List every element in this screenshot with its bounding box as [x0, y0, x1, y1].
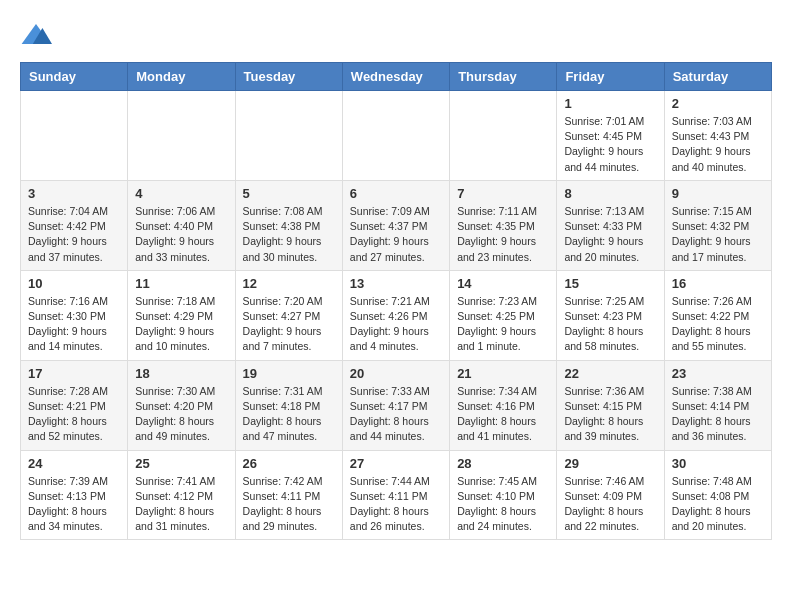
day-info: Sunrise: 7:15 AM Sunset: 4:32 PM Dayligh…	[672, 204, 764, 265]
calendar-cell	[235, 91, 342, 181]
day-info: Sunrise: 7:44 AM Sunset: 4:11 PM Dayligh…	[350, 474, 442, 535]
day-info: Sunrise: 7:48 AM Sunset: 4:08 PM Dayligh…	[672, 474, 764, 535]
calendar-cell: 1Sunrise: 7:01 AM Sunset: 4:45 PM Daylig…	[557, 91, 664, 181]
calendar-cell: 11Sunrise: 7:18 AM Sunset: 4:29 PM Dayli…	[128, 270, 235, 360]
day-number: 20	[350, 366, 442, 381]
logo-icon	[20, 20, 52, 52]
weekday-header-tuesday: Tuesday	[235, 63, 342, 91]
calendar-cell: 13Sunrise: 7:21 AM Sunset: 4:26 PM Dayli…	[342, 270, 449, 360]
day-info: Sunrise: 7:20 AM Sunset: 4:27 PM Dayligh…	[243, 294, 335, 355]
day-number: 2	[672, 96, 764, 111]
calendar-week-1: 1Sunrise: 7:01 AM Sunset: 4:45 PM Daylig…	[21, 91, 772, 181]
day-number: 11	[135, 276, 227, 291]
calendar-cell: 18Sunrise: 7:30 AM Sunset: 4:20 PM Dayli…	[128, 360, 235, 450]
calendar-cell: 19Sunrise: 7:31 AM Sunset: 4:18 PM Dayli…	[235, 360, 342, 450]
calendar-cell: 23Sunrise: 7:38 AM Sunset: 4:14 PM Dayli…	[664, 360, 771, 450]
day-number: 22	[564, 366, 656, 381]
day-info: Sunrise: 7:13 AM Sunset: 4:33 PM Dayligh…	[564, 204, 656, 265]
calendar-cell: 27Sunrise: 7:44 AM Sunset: 4:11 PM Dayli…	[342, 450, 449, 540]
day-number: 5	[243, 186, 335, 201]
day-number: 28	[457, 456, 549, 471]
weekday-header-thursday: Thursday	[450, 63, 557, 91]
day-number: 18	[135, 366, 227, 381]
day-info: Sunrise: 7:25 AM Sunset: 4:23 PM Dayligh…	[564, 294, 656, 355]
calendar-cell: 24Sunrise: 7:39 AM Sunset: 4:13 PM Dayli…	[21, 450, 128, 540]
day-number: 16	[672, 276, 764, 291]
calendar-cell: 8Sunrise: 7:13 AM Sunset: 4:33 PM Daylig…	[557, 180, 664, 270]
day-info: Sunrise: 7:39 AM Sunset: 4:13 PM Dayligh…	[28, 474, 120, 535]
day-number: 17	[28, 366, 120, 381]
day-info: Sunrise: 7:23 AM Sunset: 4:25 PM Dayligh…	[457, 294, 549, 355]
day-info: Sunrise: 7:46 AM Sunset: 4:09 PM Dayligh…	[564, 474, 656, 535]
calendar-cell: 22Sunrise: 7:36 AM Sunset: 4:15 PM Dayli…	[557, 360, 664, 450]
day-info: Sunrise: 7:45 AM Sunset: 4:10 PM Dayligh…	[457, 474, 549, 535]
calendar-header-row: SundayMondayTuesdayWednesdayThursdayFrid…	[21, 63, 772, 91]
day-info: Sunrise: 7:26 AM Sunset: 4:22 PM Dayligh…	[672, 294, 764, 355]
day-number: 24	[28, 456, 120, 471]
calendar-cell: 12Sunrise: 7:20 AM Sunset: 4:27 PM Dayli…	[235, 270, 342, 360]
calendar-cell: 25Sunrise: 7:41 AM Sunset: 4:12 PM Dayli…	[128, 450, 235, 540]
day-number: 21	[457, 366, 549, 381]
weekday-header-wednesday: Wednesday	[342, 63, 449, 91]
day-info: Sunrise: 7:04 AM Sunset: 4:42 PM Dayligh…	[28, 204, 120, 265]
day-number: 12	[243, 276, 335, 291]
day-number: 1	[564, 96, 656, 111]
calendar-cell: 4Sunrise: 7:06 AM Sunset: 4:40 PM Daylig…	[128, 180, 235, 270]
calendar-cell: 26Sunrise: 7:42 AM Sunset: 4:11 PM Dayli…	[235, 450, 342, 540]
calendar-cell: 21Sunrise: 7:34 AM Sunset: 4:16 PM Dayli…	[450, 360, 557, 450]
day-number: 3	[28, 186, 120, 201]
calendar-cell: 29Sunrise: 7:46 AM Sunset: 4:09 PM Dayli…	[557, 450, 664, 540]
day-number: 8	[564, 186, 656, 201]
day-info: Sunrise: 7:33 AM Sunset: 4:17 PM Dayligh…	[350, 384, 442, 445]
day-number: 26	[243, 456, 335, 471]
day-info: Sunrise: 7:18 AM Sunset: 4:29 PM Dayligh…	[135, 294, 227, 355]
day-info: Sunrise: 7:34 AM Sunset: 4:16 PM Dayligh…	[457, 384, 549, 445]
calendar-cell: 9Sunrise: 7:15 AM Sunset: 4:32 PM Daylig…	[664, 180, 771, 270]
calendar-cell: 15Sunrise: 7:25 AM Sunset: 4:23 PM Dayli…	[557, 270, 664, 360]
day-number: 27	[350, 456, 442, 471]
day-info: Sunrise: 7:42 AM Sunset: 4:11 PM Dayligh…	[243, 474, 335, 535]
day-number: 14	[457, 276, 549, 291]
day-info: Sunrise: 7:21 AM Sunset: 4:26 PM Dayligh…	[350, 294, 442, 355]
calendar-cell	[21, 91, 128, 181]
day-number: 25	[135, 456, 227, 471]
weekday-header-friday: Friday	[557, 63, 664, 91]
day-info: Sunrise: 7:11 AM Sunset: 4:35 PM Dayligh…	[457, 204, 549, 265]
day-number: 10	[28, 276, 120, 291]
day-number: 13	[350, 276, 442, 291]
calendar-cell: 17Sunrise: 7:28 AM Sunset: 4:21 PM Dayli…	[21, 360, 128, 450]
day-info: Sunrise: 7:30 AM Sunset: 4:20 PM Dayligh…	[135, 384, 227, 445]
calendar-cell: 2Sunrise: 7:03 AM Sunset: 4:43 PM Daylig…	[664, 91, 771, 181]
weekday-header-monday: Monday	[128, 63, 235, 91]
calendar-cell: 7Sunrise: 7:11 AM Sunset: 4:35 PM Daylig…	[450, 180, 557, 270]
day-info: Sunrise: 7:16 AM Sunset: 4:30 PM Dayligh…	[28, 294, 120, 355]
day-number: 29	[564, 456, 656, 471]
weekday-header-sunday: Sunday	[21, 63, 128, 91]
day-number: 6	[350, 186, 442, 201]
day-number: 30	[672, 456, 764, 471]
day-info: Sunrise: 7:01 AM Sunset: 4:45 PM Dayligh…	[564, 114, 656, 175]
day-number: 15	[564, 276, 656, 291]
calendar-cell: 5Sunrise: 7:08 AM Sunset: 4:38 PM Daylig…	[235, 180, 342, 270]
calendar-cell: 3Sunrise: 7:04 AM Sunset: 4:42 PM Daylig…	[21, 180, 128, 270]
calendar-cell: 6Sunrise: 7:09 AM Sunset: 4:37 PM Daylig…	[342, 180, 449, 270]
weekday-header-saturday: Saturday	[664, 63, 771, 91]
calendar-week-3: 10Sunrise: 7:16 AM Sunset: 4:30 PM Dayli…	[21, 270, 772, 360]
calendar-cell: 14Sunrise: 7:23 AM Sunset: 4:25 PM Dayli…	[450, 270, 557, 360]
day-info: Sunrise: 7:31 AM Sunset: 4:18 PM Dayligh…	[243, 384, 335, 445]
calendar-cell: 30Sunrise: 7:48 AM Sunset: 4:08 PM Dayli…	[664, 450, 771, 540]
calendar-table: SundayMondayTuesdayWednesdayThursdayFrid…	[20, 62, 772, 540]
day-number: 19	[243, 366, 335, 381]
day-number: 7	[457, 186, 549, 201]
day-number: 4	[135, 186, 227, 201]
day-number: 23	[672, 366, 764, 381]
logo	[20, 20, 56, 52]
day-info: Sunrise: 7:28 AM Sunset: 4:21 PM Dayligh…	[28, 384, 120, 445]
calendar-cell: 10Sunrise: 7:16 AM Sunset: 4:30 PM Dayli…	[21, 270, 128, 360]
day-info: Sunrise: 7:38 AM Sunset: 4:14 PM Dayligh…	[672, 384, 764, 445]
calendar-week-2: 3Sunrise: 7:04 AM Sunset: 4:42 PM Daylig…	[21, 180, 772, 270]
day-info: Sunrise: 7:36 AM Sunset: 4:15 PM Dayligh…	[564, 384, 656, 445]
calendar-cell	[128, 91, 235, 181]
day-info: Sunrise: 7:03 AM Sunset: 4:43 PM Dayligh…	[672, 114, 764, 175]
day-info: Sunrise: 7:09 AM Sunset: 4:37 PM Dayligh…	[350, 204, 442, 265]
